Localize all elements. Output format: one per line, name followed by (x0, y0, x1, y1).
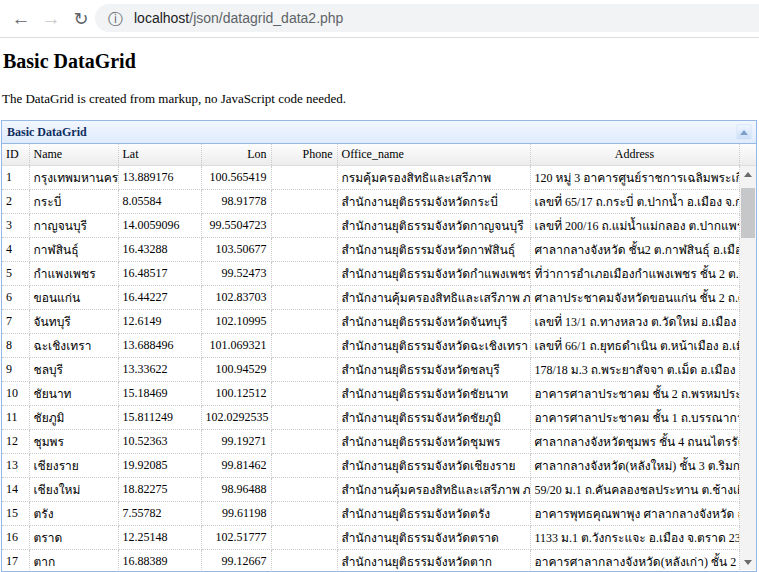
cell-name: ฉะเชิงเทรา (29, 334, 118, 358)
scroll-down-icon (744, 560, 752, 565)
cell-lat: 8.05584 (118, 190, 201, 214)
cell-id: 9 (2, 358, 29, 382)
cell-address: ที่ว่าการอำเภอเมืองกำแพงเพชร ชั้น 2 ต.ใน… (530, 262, 739, 286)
cell-phone (271, 238, 337, 262)
cell-name: กาฬสินธุ์ (29, 238, 118, 262)
cell-lon: 99.52473 (201, 262, 271, 286)
cell-phone (271, 550, 337, 572)
cell-lon: 102.10995 (201, 310, 271, 334)
cell-id: 2 (2, 190, 29, 214)
cell-office_name: กรมคุ้มครองสิทธิและเสรีภาพ (337, 166, 530, 190)
cell-phone (271, 382, 337, 406)
cell-lon: 103.50677 (201, 238, 271, 262)
cell-lat: 19.92085 (118, 454, 201, 478)
reload-button[interactable]: ↻ (66, 4, 96, 34)
cell-lon: 100.565419 (201, 166, 271, 190)
cell-lat: 16.44227 (118, 286, 201, 310)
cell-lon: 99.5504723 (201, 214, 271, 238)
cell-phone (271, 214, 337, 238)
cell-address: 120 หมู่ 3 อาคารศูนย์ราชการเฉลิมพระเกียร… (530, 166, 739, 190)
collapse-button[interactable] (736, 124, 752, 140)
cell-lat: 16.88389 (118, 550, 201, 572)
cell-id: 5 (2, 262, 29, 286)
table-row[interactable]: 11ชัยภูมิ15.811249102.0292535สำนักงานยุต… (2, 406, 739, 430)
cell-id: 4 (2, 238, 29, 262)
cell-lat: 12.25148 (118, 526, 201, 550)
table-row[interactable]: 4กาฬสินธุ์16.43288103.50677สำนักงานยุติธ… (2, 238, 739, 262)
cell-id: 3 (2, 214, 29, 238)
cell-name: ตรัง (29, 502, 118, 526)
collapse-icon (740, 130, 748, 135)
column-header-lon: Lon (201, 144, 271, 165)
column-header-office_name: Office_name (337, 144, 530, 165)
cell-lon: 102.51777 (201, 526, 271, 550)
table-row[interactable]: 13เชียงราย19.9208599.81462สำนักงานยุติธร… (2, 454, 739, 478)
table-row[interactable]: 6ขอนแก่น16.44227102.83703สำนักงานคุ้มครอ… (2, 286, 739, 310)
cell-lat: 16.48517 (118, 262, 201, 286)
cell-lat: 7.55782 (118, 502, 201, 526)
cell-address: ศาลากลางจังหวัด(หลังใหม่) ชั้น 3 ต.ริมกก… (530, 454, 739, 478)
cell-lon: 101.069321 (201, 334, 271, 358)
cell-lat: 16.43288 (118, 238, 201, 262)
cell-lon: 99.81462 (201, 454, 271, 478)
datagrid-header: IDNameLatLonPhoneOffice_nameAddress (2, 144, 756, 166)
back-button[interactable]: ← (6, 4, 36, 34)
cell-lat: 13.33622 (118, 358, 201, 382)
scrollbar-thumb[interactable] (741, 188, 755, 238)
cell-address: ศาลากลางจังหวัดชุมพร ชั้น 4 ถนนไตรรัตน์ (530, 430, 739, 454)
column-header-lat: Lat (118, 144, 201, 165)
table-row[interactable]: 9ชลบุรี13.33622100.94529สำนักงานยุติธรรม… (2, 358, 739, 382)
cell-phone (271, 286, 337, 310)
panel-title: Basic DataGrid (2, 121, 756, 143)
cell-lon: 102.0292535 (201, 406, 271, 430)
cell-phone (271, 166, 337, 190)
cell-phone (271, 262, 337, 286)
table-row[interactable]: 10ชัยนาท15.18469100.12512สำนักงานยุติธรร… (2, 382, 739, 406)
table-row[interactable]: 15ตรัง7.5578299.61198สำนักงานยุติธรรมจัง… (2, 502, 739, 526)
scroll-down-button[interactable] (740, 554, 756, 570)
table-row[interactable]: 17ตาก16.8838999.12667สำนักงานยุติธรรมจัง… (2, 550, 739, 572)
cell-id: 10 (2, 382, 29, 406)
table-row[interactable]: 12ชุมพร10.5236399.19271สำนักงานยุติธรรมจ… (2, 430, 739, 454)
vertical-scrollbar[interactable] (740, 166, 756, 570)
table-row[interactable]: 2กระบี่8.0558498.91778สำนักงานยุติธรรมจั… (2, 190, 739, 214)
page-info-icon[interactable]: ⓘ (108, 11, 123, 26)
table-row[interactable]: 16ตราด12.25148102.51777สำนักงานยุติธรรมจ… (2, 526, 739, 550)
cell-name: ตาก (29, 550, 118, 572)
forward-icon: → (42, 8, 61, 30)
forward-button[interactable]: → (36, 4, 66, 34)
column-header-phone: Phone (271, 144, 337, 165)
table-row[interactable]: 5กำแพงเพชร16.4851799.52473สำนักงานยุติธร… (2, 262, 739, 286)
address-bar[interactable]: ⓘ localhost/json/datagrid_data2.php (95, 4, 759, 32)
cell-office_name: สำนักงานยุติธรรมจังหวัดจันทบุรี (337, 310, 530, 334)
cell-name: กรุงเทพมหานคร (29, 166, 118, 190)
cell-phone (271, 502, 337, 526)
table-row[interactable]: 14เชียงใหม่18.8227598.96488สำนักงานคุ้มค… (2, 478, 739, 502)
cell-office_name: สำนักงานยุติธรรมจังหวัดฉะเชิงเทรา (337, 334, 530, 358)
cell-name: ตราด (29, 526, 118, 550)
cell-office_name: สำนักงานยุติธรรมจังหวัดกระบี่ (337, 190, 530, 214)
cell-id: 12 (2, 430, 29, 454)
cell-office_name: สำนักงานยุติธรรมจังหวัดเชียงราย (337, 454, 530, 478)
table-row[interactable]: 7จันทบุรี12.6149102.10995สำนักงานยุติธรร… (2, 310, 739, 334)
scroll-up-button[interactable] (740, 166, 756, 182)
cell-name: ชลบุรี (29, 358, 118, 382)
cell-address: 1133 ม.1 ต.วังกระแจะ อ.เมือง จ.ตราด 2300… (530, 526, 739, 550)
cell-phone (271, 406, 337, 430)
cell-id: 11 (2, 406, 29, 430)
cell-lon: 99.19271 (201, 430, 271, 454)
table-row[interactable]: 1กรุงเทพมหานคร13.889176100.565419กรมคุ้ม… (2, 166, 739, 190)
browser-toolbar: ← → ↻ ⓘ localhost/json/datagrid_data2.ph… (0, 0, 759, 38)
cell-address: 178/18 ม.3 ถ.พระยาสัจจา ต.เม็ด อ.เมือง จ… (530, 358, 739, 382)
cell-id: 1 (2, 166, 29, 190)
table-row[interactable]: 3กาญจนบุรี14.005909699.5504723สำนักงานยุ… (2, 214, 739, 238)
cell-office_name: สำนักงานยุติธรรมจังหวัดกำแพงเพชร (337, 262, 530, 286)
cell-office_name: สำนักงานยุติธรรมจังหวัดชุมพร (337, 430, 530, 454)
datagrid-body: 1กรุงเทพมหานคร13.889176100.565419กรมคุ้ม… (2, 166, 756, 571)
page-title: Basic DataGrid (3, 50, 759, 73)
cell-lat: 13.889176 (118, 166, 201, 190)
cell-office_name: สำนักงานยุติธรรมจังหวัดกาฬสินธุ์ (337, 238, 530, 262)
cell-address: อาคารพุทธคุณพาพุง ศาลากลางจังหวัด ถ.พัทล… (530, 502, 739, 526)
cell-lat: 12.6149 (118, 310, 201, 334)
table-row[interactable]: 8ฉะเชิงเทรา13.688496101.069321สำนักงานยุ… (2, 334, 739, 358)
